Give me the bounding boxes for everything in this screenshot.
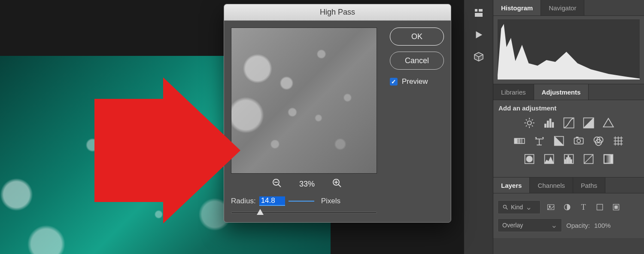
play-icon[interactable]: [474, 30, 483, 40]
adjustments-heading: Add an adjustment: [498, 104, 639, 112]
radius-unit: Pixels: [321, 197, 340, 205]
tab-paths[interactable]: Paths: [573, 177, 605, 193]
high-pass-dialog: High Pass 33% Radius: 14.8 Pixels: [224, 4, 451, 223]
svg-marker-3: [476, 31, 482, 39]
svg-point-28: [577, 139, 580, 143]
hue-icon[interactable]: [513, 135, 526, 147]
invert-icon[interactable]: [523, 153, 535, 165]
exposure-icon[interactable]: [583, 117, 595, 129]
gradient-map-icon[interactable]: [602, 153, 614, 165]
selective-color-icon[interactable]: [583, 153, 595, 165]
adjustments-row-3: [498, 153, 639, 165]
ok-button[interactable]: OK: [390, 28, 444, 46]
svg-point-6: [527, 121, 531, 125]
preview-checkbox-row[interactable]: ✓ Preview: [390, 77, 444, 86]
cancel-button[interactable]: Cancel: [390, 52, 444, 70]
threshold-icon[interactable]: [563, 153, 575, 165]
cube-icon[interactable]: [474, 52, 484, 62]
radius-underline: [289, 201, 314, 202]
dialog-title: High Pass: [224, 4, 451, 21]
panel-icon-arrange[interactable]: [474, 8, 484, 18]
svg-point-51: [503, 205, 506, 208]
svg-line-11: [526, 119, 526, 120]
opacity-label: Opacity:: [566, 222, 590, 229]
layer-filter-label: Kind: [511, 204, 523, 211]
svg-line-14: [532, 119, 532, 120]
layers-blend-row: Overlay ⌄ Opacity: 100%: [498, 218, 640, 232]
color-balance-icon[interactable]: [533, 135, 545, 147]
adjustments-panel-tabs: Libraries Adjustments: [493, 84, 644, 100]
radius-row: Radius: 14.8 Pixels: [231, 196, 383, 206]
svg-line-13: [526, 125, 526, 126]
svg-rect-29: [576, 137, 578, 138]
svg-rect-25: [519, 138, 522, 144]
svg-rect-2: [475, 13, 483, 17]
filter-adjust-icon[interactable]: [561, 201, 573, 213]
adjustments-row-2: [498, 135, 639, 147]
dialog-title-text: High Pass: [320, 8, 355, 17]
svg-rect-15: [544, 124, 546, 127]
svg-rect-18: [552, 122, 554, 128]
svg-line-12: [532, 125, 532, 126]
svg-point-54: [549, 206, 550, 207]
colorlookup-icon[interactable]: [612, 135, 624, 147]
zoom-out-icon[interactable]: [272, 178, 282, 190]
radius-input[interactable]: 14.8: [259, 196, 285, 206]
tab-adjustments[interactable]: Adjustments: [534, 84, 589, 100]
curves-icon[interactable]: [563, 117, 575, 129]
filter-preview-image[interactable]: [231, 28, 377, 174]
radius-label: Radius:: [231, 197, 256, 205]
filter-smart-icon[interactable]: [610, 201, 622, 213]
adjustments-panel: Add an adjustment: [493, 100, 644, 177]
levels-icon[interactable]: [543, 117, 555, 129]
histogram-graph: [498, 19, 640, 80]
opacity-value[interactable]: 100%: [594, 222, 611, 229]
svg-rect-50: [604, 155, 612, 163]
svg-marker-21: [603, 119, 613, 127]
tab-channels[interactable]: Channels: [530, 177, 573, 193]
svg-rect-1: [479, 9, 483, 12]
zoom-in-icon[interactable]: [332, 178, 342, 190]
blend-mode-dropdown[interactable]: Overlay ⌄: [498, 218, 562, 232]
photofilter-icon[interactable]: [573, 135, 585, 147]
svg-rect-24: [517, 138, 519, 144]
layers-panel-tabs: Layers Channels Paths: [493, 177, 644, 193]
svg-rect-56: [597, 204, 602, 210]
tab-layers[interactable]: Layers: [493, 177, 530, 193]
posterize-icon[interactable]: [543, 153, 555, 165]
preview-checkbox-label: Preview: [402, 77, 428, 86]
radius-slider[interactable]: [231, 212, 377, 214]
svg-rect-16: [547, 121, 549, 127]
brightness-icon[interactable]: [523, 117, 535, 129]
vibrance-icon[interactable]: [602, 117, 614, 129]
svg-rect-58: [615, 206, 618, 209]
checkbox-icon[interactable]: ✓: [390, 78, 398, 86]
svg-line-61: [278, 184, 281, 187]
svg-rect-44: [566, 158, 567, 163]
filter-type-icon[interactable]: T: [577, 201, 589, 213]
layers-filter-row: Kind ⌄ T: [498, 200, 640, 214]
blackwhite-icon[interactable]: [553, 135, 565, 147]
histogram-panel: [493, 16, 644, 84]
slider-thumb-icon[interactable]: [257, 209, 264, 215]
collapsed-panel-strip: [464, 0, 493, 254]
right-panels: Histogram Navigator Libraries Adjustment…: [493, 0, 644, 254]
layer-filter-dropdown[interactable]: Kind ⌄: [498, 200, 541, 214]
blend-mode-value: Overlay: [502, 222, 523, 229]
tab-navigator[interactable]: Navigator: [541, 0, 584, 15]
svg-rect-0: [475, 9, 477, 12]
adjustments-row-1: [498, 117, 639, 129]
svg-rect-23: [514, 138, 517, 144]
tab-histogram[interactable]: Histogram: [493, 0, 541, 15]
svg-rect-46: [569, 158, 570, 163]
svg-point-40: [526, 156, 532, 162]
filter-shape-icon[interactable]: [594, 201, 606, 213]
channelmixer-icon[interactable]: [592, 135, 605, 147]
layers-panel: Kind ⌄ T Overlay ⌄ Opacity: 100%: [493, 193, 644, 238]
chevron-down-icon: ⌄: [551, 220, 557, 230]
svg-rect-17: [550, 119, 551, 128]
filter-pixel-icon[interactable]: [545, 201, 557, 213]
svg-line-52: [506, 208, 508, 210]
svg-rect-43: [565, 159, 565, 163]
tab-libraries[interactable]: Libraries: [493, 84, 534, 100]
